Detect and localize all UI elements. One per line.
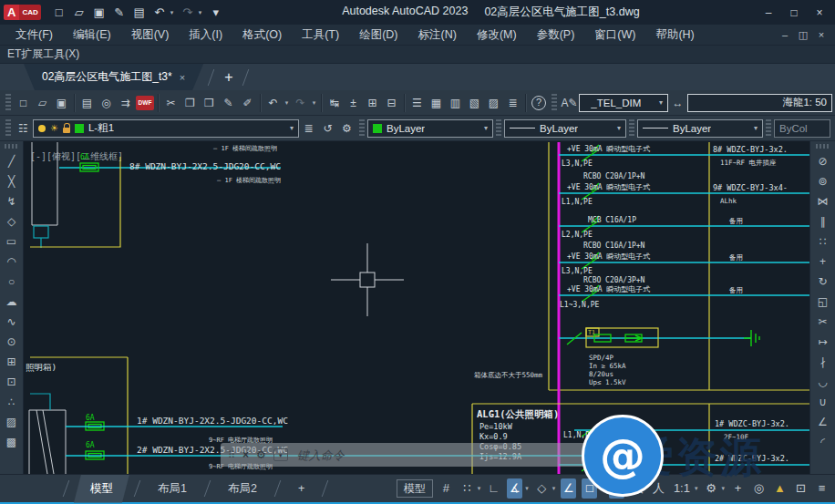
new-tab-button[interactable]: + (219, 69, 238, 86)
menu-view[interactable]: 视图(V) (121, 25, 180, 45)
menu-draw[interactable]: 绘图(D) (349, 25, 407, 45)
new-button[interactable]: □ (50, 4, 68, 22)
toolbar-grip[interactable] (5, 144, 19, 149)
layer-select[interactable]: ☀ L-粗1 ▾ (33, 119, 299, 138)
autocad-logo-icon[interactable]: A CAD (4, 0, 41, 25)
et-extended-tools-menu[interactable]: ET扩展工具(X) (0, 46, 835, 64)
layout-tab-布局2[interactable]: 布局2 (215, 475, 270, 503)
drawing-canvas[interactable]: [-][俯视][二维线框] 6A 8# WDZN-BYJ-2X2.5-JDG20… (24, 141, 809, 474)
model-space-button[interactable]: 模型 (397, 479, 433, 498)
toolbar-grip[interactable] (629, 119, 634, 138)
polyline-button[interactable]: ↯ (2, 191, 22, 211)
plot-button[interactable]: ▤ (130, 4, 149, 22)
qat-menu-button[interactable]: ▾ (207, 4, 225, 22)
polygon-button[interactable]: ◇ (2, 211, 22, 231)
undo-button[interactable]: ↶ (150, 4, 169, 22)
undo-button[interactable]: ↶ (263, 93, 283, 113)
undo-dropdown-icon[interactable]: ▾ (283, 93, 291, 113)
open-button[interactable]: ▱ (70, 4, 88, 22)
minimize-button[interactable]: – (757, 4, 780, 22)
ortho-toggle[interactable]: ∟ (486, 478, 501, 499)
tab-close-icon[interactable]: × (180, 72, 185, 83)
layer-settings-button[interactable]: ⚙ (337, 118, 356, 139)
doc-close-button[interactable]: × (815, 29, 828, 41)
make-block-button[interactable]: ⊡ (2, 372, 22, 392)
snap-dropdown-icon[interactable]: ▾ (478, 485, 481, 492)
layer-previous-button[interactable]: ↺ (318, 118, 337, 139)
isodraft-dropdown-icon[interactable]: ▾ (552, 485, 556, 492)
layer-states-button[interactable]: ≣ (299, 118, 318, 139)
settings-dropdown-icon[interactable]: ▾ (721, 485, 725, 492)
fillet-button[interactable]: ◜ (813, 432, 833, 452)
layout-tab-模型[interactable]: 模型 (74, 475, 129, 503)
insert-block-button[interactable]: ⊞ (2, 352, 22, 372)
break-button[interactable]: ◡ (813, 372, 833, 392)
toolbar-grip[interactable] (359, 119, 365, 138)
menu-window[interactable]: 窗口(W) (584, 25, 645, 45)
undo-dropdown-icon[interactable]: ▾ (170, 9, 177, 16)
add-layout-button[interactable]: + (285, 475, 317, 503)
close-button[interactable]: × (808, 4, 831, 22)
revision-cloud-button[interactable]: ☁ (2, 292, 22, 312)
linetype-select[interactable]: ByLayer ▾ (504, 119, 626, 138)
open-button[interactable]: ▱ (33, 93, 52, 113)
point-button[interactable]: ∴ (2, 392, 22, 412)
layer-properties-manager-button[interactable]: ☷ (14, 118, 33, 139)
command-customize-icon[interactable]: ⚙ (256, 448, 266, 461)
sheet-set-manager-button[interactable]: ▧ (465, 93, 484, 113)
menu-modify[interactable]: 修改(M) (467, 25, 527, 45)
customization-toggle[interactable]: ≡ (814, 478, 830, 499)
plot-style-select[interactable]: ByCol (774, 119, 830, 138)
scale-button[interactable]: ◱ (813, 292, 833, 312)
model-space-view[interactable]: [-][俯视][二维线框] 6A 8# WDZN-BYJ-2X2.5-JDG20… (24, 141, 809, 474)
save-button[interactable]: ▣ (90, 4, 108, 22)
file-tab-active[interactable]: 02高层公区电气施工图_t3* × (24, 64, 203, 90)
scale-value-dropdown-icon[interactable]: ▾ (695, 485, 698, 492)
trim-button[interactable]: ✂ (813, 312, 833, 332)
save-as-button[interactable]: ✎ (110, 4, 129, 22)
grid-toggle[interactable]: # (438, 478, 454, 499)
plot-preview-button[interactable]: ◎ (97, 93, 116, 113)
menu-tools[interactable]: 工具(T) (292, 25, 349, 45)
plot-button[interactable]: ▤ (77, 93, 97, 113)
extend-button[interactable]: ↦ (813, 332, 833, 352)
copy-button[interactable]: ⊚ (813, 171, 833, 191)
text-style-button[interactable]: A✎ (560, 93, 579, 113)
toolbar-grip[interactable] (816, 144, 830, 149)
properties-palette-button[interactable]: ☰ (407, 93, 427, 113)
command-grip-icon[interactable]: ⠿ (228, 449, 235, 461)
new-button[interactable]: □ (14, 93, 33, 113)
circle-button[interactable]: ○ (2, 272, 22, 292)
doc-restore-button[interactable]: ◫ (797, 29, 809, 41)
command-input[interactable] (295, 447, 622, 463)
toolbar-grip[interactable] (552, 94, 557, 112)
doc-minimize-button[interactable]: – (778, 29, 791, 41)
clean-screen-toggle[interactable]: ⊡ (793, 478, 809, 499)
markup-set-manager-button[interactable]: ▨ (484, 93, 503, 113)
copy-clip-button[interactable]: ❐ (180, 93, 200, 113)
pan-button[interactable]: ↹ (325, 93, 344, 113)
recent-commands-icon[interactable]: ▾ (273, 448, 288, 461)
gradient-button[interactable]: ▩ (2, 432, 22, 452)
offset-button[interactable]: ∥ (813, 211, 833, 231)
menu-help[interactable]: 帮助(H) (645, 25, 704, 45)
toolbar-grip[interactable] (5, 94, 11, 112)
help-button[interactable]: ? (531, 96, 546, 110)
menu-insert[interactable]: 插入(I) (179, 25, 232, 45)
redo-dropdown-icon[interactable]: ▾ (310, 93, 318, 113)
construction-line-button[interactable]: ╳ (2, 171, 22, 191)
erase-button[interactable]: ⊘ (813, 151, 833, 171)
lineweight-select[interactable]: ByLayer ▾ (637, 119, 763, 138)
zoom-previous-button[interactable]: ⊟ (382, 93, 401, 113)
spline-button[interactable]: ∿ (2, 312, 22, 332)
markup-button[interactable]: ✐ (238, 93, 257, 113)
line-button[interactable]: ╱ (2, 151, 22, 171)
rectangle-button[interactable]: ▭ (2, 231, 22, 252)
dim-style-select[interactable]: _TEL_DIM ▾ (579, 94, 668, 112)
menu-edit[interactable]: 编辑(E) (63, 25, 121, 45)
publish-button[interactable]: ⇉ (116, 93, 135, 113)
zoom-window-button[interactable]: ⊞ (363, 93, 382, 113)
isodraft-toggle[interactable]: ◇ (534, 478, 550, 499)
snap-toggle[interactable]: ∷ (459, 478, 475, 499)
arc-button[interactable]: ◠ (2, 252, 22, 272)
